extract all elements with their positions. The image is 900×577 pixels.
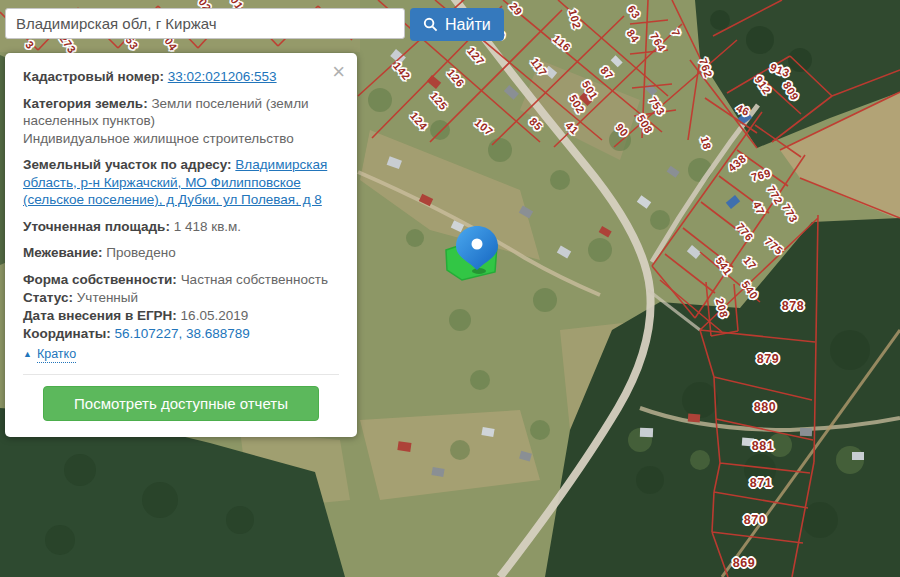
parcel-label[interactable]: 880 [754, 400, 776, 414]
egrn-date-label: Дата внесения в ЕГРН: [23, 308, 177, 323]
status-value: Учтенный [77, 290, 138, 305]
ownership-row: Форма собственности: Частная собственнос… [23, 271, 339, 289]
permitted-use-value: Индивидуальное жилищное строительство [23, 131, 294, 146]
parcel-info-card: × Кадастровый номер: 33:02:021206:553 Ка… [5, 53, 357, 437]
egrn-date-row: Дата внесения в ЕГРН: 16.05.2019 [23, 307, 339, 325]
search-icon [423, 17, 438, 32]
coordinates-label: Координаты: [23, 326, 111, 341]
parcel-label[interactable]: 881 [752, 439, 774, 453]
card-divider [23, 374, 339, 375]
search-button-label: Найти [445, 16, 491, 34]
ownership-label: Форма собственности: [23, 272, 177, 287]
parcel-label[interactable]: 878 [782, 299, 804, 313]
map-canvas[interactable]: 3273530402012912910211612714211712687125… [0, 0, 900, 577]
cadastral-number-label: Кадастровый номер: [23, 69, 164, 84]
area-row: Уточненная площадь: 1 418 кв.м. [23, 218, 339, 236]
search-button[interactable]: Найти [410, 8, 504, 41]
address-label: Земельный участок по адресу: [23, 157, 232, 172]
survey-label: Межевание: [23, 245, 103, 260]
parcel-label[interactable]: 871 [750, 476, 772, 490]
collapse-arrow-icon: ▲ [23, 349, 32, 361]
cadastral-number-row: Кадастровый номер: 33:02:021206:553 [23, 68, 339, 86]
land-category-label: Категория земель: [23, 96, 148, 111]
parcel-label[interactable]: 869 [733, 556, 755, 570]
collapse-label: Кратко [37, 346, 76, 363]
status-row: Статус: Учтенный [23, 289, 339, 307]
coordinates-row: Координаты: 56.107227, 38.688789 [23, 325, 339, 343]
cadastral-number-link[interactable]: 33:02:021206:553 [168, 69, 277, 84]
survey-value: Проведено [106, 245, 175, 260]
search-bar: Найти [5, 8, 504, 41]
status-label: Статус: [23, 290, 73, 305]
close-icon[interactable]: × [332, 61, 345, 83]
area-label: Уточненная площадь: [23, 219, 170, 234]
land-category-row: Категория земель: Земли поселений (земли… [23, 95, 339, 148]
coordinates-link[interactable]: 56.107227, 38.688789 [115, 326, 250, 341]
parcel-label[interactable]: 879 [757, 352, 779, 366]
parcel-label[interactable]: 870 [744, 513, 766, 527]
survey-row: Межевание: Проведено [23, 244, 339, 262]
egrn-date-value: 16.05.2019 [181, 308, 249, 323]
search-input[interactable] [5, 8, 405, 39]
address-row: Земельный участок по адресу: Владимирска… [23, 156, 339, 209]
ownership-value: Частная собственность [181, 272, 328, 287]
collapse-link[interactable]: ▲ Кратко [23, 346, 76, 363]
area-value: 1 418 кв.м. [174, 219, 241, 234]
view-reports-button[interactable]: Посмотреть доступные отчеты [43, 386, 319, 421]
